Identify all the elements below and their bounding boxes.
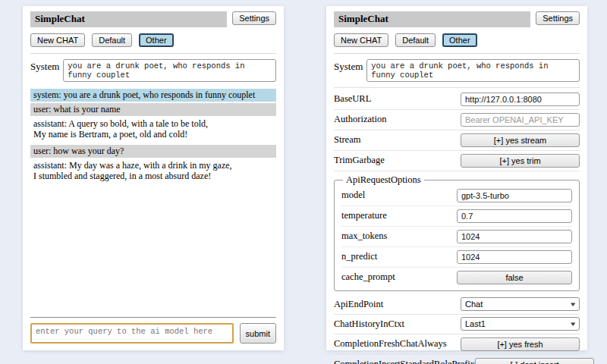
setting-row-completion-insert-standard-role-prefix: CompletionInsertStandardRolePrefix [-] d… (334, 355, 580, 364)
query-input[interactable] (30, 323, 234, 344)
chat-panel-header: SimpleChat Settings (30, 11, 276, 27)
completion-insert-toggle-button[interactable]: [-] dont insert (475, 358, 594, 364)
max-tokens-label: max_tokens (341, 231, 457, 242)
session-default-button[interactable]: Default (92, 33, 132, 47)
settings-button[interactable]: Settings (232, 11, 276, 25)
query-divider (30, 317, 276, 318)
toolbar-divider (30, 53, 276, 54)
system-label: System (30, 59, 59, 82)
chat-history-in-ctxt-select[interactable]: Last1 ▾ (461, 317, 580, 331)
n-predict-input[interactable] (457, 250, 572, 264)
authorization-input[interactable] (461, 113, 580, 127)
settings-button[interactable]: Settings (536, 11, 580, 25)
setting-row-model: model (341, 186, 572, 206)
cache-prompt-label: cache_prompt (341, 271, 457, 283)
trimgarbage-toggle-button[interactable]: [+] yes trim (461, 154, 580, 168)
chat-message-user: user: how was your day? (30, 145, 276, 158)
api-endpoint-selected-value: Chat (465, 300, 483, 309)
chevron-down-icon: ▾ (571, 300, 576, 308)
chat-toolbar: New CHAT Default Other (30, 33, 276, 47)
model-input[interactable] (457, 189, 572, 202)
n-predict-label: n_predict (341, 251, 457, 262)
system-prompt-row: System you are a drunk poet, who respond… (30, 59, 276, 82)
cache-prompt-toggle-button[interactable]: false (457, 271, 572, 284)
chevron-down-icon: ▾ (571, 320, 576, 328)
setting-row-completion-fresh-chat-always: CompletionFreshChatAlways [+] yes fresh (334, 334, 580, 355)
setting-row-stream: Stream [+] yes stream (334, 130, 580, 151)
toolbar-divider (334, 53, 580, 54)
session-default-button[interactable]: Default (395, 33, 436, 47)
submit-button[interactable]: submit (240, 323, 276, 344)
model-label: model (341, 190, 457, 201)
new-chat-button[interactable]: New CHAT (334, 33, 388, 47)
setting-row-baseurl: BaseURL (334, 89, 580, 110)
api-request-options-legend: ApiRequestOptions (343, 174, 424, 186)
temperature-input[interactable] (457, 209, 572, 223)
completion-insert-standard-role-prefix-label: CompletionInsertStandardRolePrefix (334, 359, 475, 364)
max-tokens-input[interactable] (457, 230, 572, 243)
chat-message-list: system: you are a drunk poet, who respon… (30, 89, 276, 186)
setting-row-cache-prompt: cache_prompt false (341, 268, 572, 287)
system-prompt-row: System you are a drunk poet, who respond… (334, 59, 580, 88)
setting-row-trimgarbage: TrimGarbage [+] yes trim (334, 151, 580, 171)
app-title: SimpleChat (30, 11, 227, 27)
chat-history-selected-value: Last1 (465, 319, 486, 328)
settings-list: BaseURL Authorization Stream [+] yes str… (334, 89, 580, 364)
setting-row-n-predict: n_predict (341, 247, 572, 268)
new-chat-button[interactable]: New CHAT (30, 33, 85, 47)
setting-row-max-tokens: max_tokens (341, 227, 572, 247)
setting-row-temperature: temperature (341, 206, 572, 227)
session-other-button[interactable]: Other (442, 33, 477, 47)
trimgarbage-label: TrimGarbage (334, 155, 461, 166)
system-label: System (334, 59, 363, 82)
api-endpoint-label: ApiEndPoint (334, 299, 461, 310)
setting-row-api-endpoint: ApiEndPoint Chat ▾ (334, 295, 580, 315)
system-prompt-textarea[interactable]: you are a drunk poet, who responds in fu… (366, 59, 580, 82)
stream-label: Stream (334, 134, 461, 146)
chat-message-assistant: assistant: A query so bold, with a tale … (30, 118, 276, 141)
chat-message-user: user: what is your name (30, 103, 276, 116)
query-row: submit (30, 323, 276, 344)
authorization-label: Authorization (334, 114, 461, 125)
temperature-label: temperature (341, 210, 457, 221)
settings-panel: SimpleChat Settings New CHAT Default Oth… (326, 6, 587, 350)
chat-message-assistant: assistant: My day was a haze, with a dri… (30, 159, 276, 183)
session-other-button[interactable]: Other (139, 33, 174, 47)
setting-row-chat-history-in-ctxt: ChatHistoryInCtxt Last1 ▾ (334, 315, 580, 334)
baseurl-label: BaseURL (334, 93, 461, 105)
system-prompt-textarea[interactable]: you are a drunk poet, who responds in fu… (63, 59, 276, 82)
api-endpoint-select[interactable]: Chat ▾ (461, 297, 580, 311)
completion-fresh-toggle-button[interactable]: [+] yes fresh (461, 337, 580, 351)
setting-row-authorization: Authorization (334, 110, 580, 130)
page: SimpleChat Settings New CHAT Default Oth… (0, 0, 607, 364)
completion-fresh-chat-always-label: CompletionFreshChatAlways (334, 338, 461, 350)
baseurl-input[interactable] (461, 93, 580, 106)
chat-panel: SimpleChat Settings New CHAT Default Oth… (23, 6, 284, 350)
stream-toggle-button[interactable]: [+] yes stream (461, 133, 580, 147)
settings-panel-header: SimpleChat Settings (334, 11, 580, 27)
chat-history-in-ctxt-label: ChatHistoryInCtxt (334, 318, 461, 330)
chat-message-system: system: you are a drunk poet, who respon… (30, 89, 276, 102)
settings-toolbar: New CHAT Default Other (334, 33, 580, 47)
api-request-options-fieldset: ApiRequestOptions model temperature max_… (334, 174, 580, 291)
chat-spacer (30, 186, 276, 317)
app-title: SimpleChat (334, 11, 530, 27)
